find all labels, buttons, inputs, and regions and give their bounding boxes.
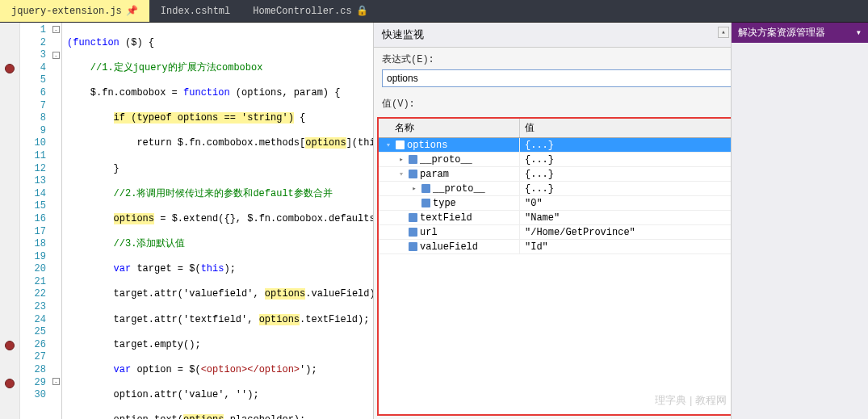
fold-icon[interactable]: - <box>52 378 60 385</box>
fold-icon[interactable]: - <box>52 52 60 59</box>
expander-icon[interactable]: ▿ <box>396 170 406 178</box>
expander-icon[interactable]: ▿ <box>384 140 393 149</box>
tab-bar: jquery-extension.js📌 Index.cshtml HomeCo… <box>0 0 868 23</box>
expander-icon[interactable]: ▸ <box>396 155 406 164</box>
object-icon <box>421 199 430 207</box>
object-icon <box>409 228 417 237</box>
fold-column[interactable]: - - - <box>51 23 62 419</box>
object-icon <box>409 155 417 164</box>
breakpoint-icon[interactable] <box>5 379 15 388</box>
line-numbers: 1234567891011121314151617181920212223242… <box>20 23 51 419</box>
node-name: param <box>420 169 449 180</box>
object-icon <box>409 170 417 178</box>
object-icon <box>421 184 430 193</box>
node-name: valueField <box>420 241 478 253</box>
tab-index[interactable]: Index.cshtml <box>149 0 241 22</box>
scroll-up-icon[interactable]: ▴ <box>718 27 729 38</box>
code-body[interactable]: (function ($) { //1.定义jquery的扩展方法combobo… <box>62 23 373 419</box>
object-icon <box>396 140 405 149</box>
node-name: url <box>420 227 438 238</box>
node-name: type <box>433 198 456 209</box>
tab-jquery-ext[interactable]: jquery-extension.js📌 <box>0 0 149 22</box>
object-icon <box>409 213 417 222</box>
code-editor[interactable]: 1234567891011121314151617181920212223242… <box>0 23 373 419</box>
dropdown-icon[interactable]: ▾ <box>856 27 862 39</box>
object-icon <box>409 242 417 251</box>
solution-explorer-title: 解决方案资源管理器 <box>738 26 825 40</box>
expander-icon[interactable]: ▸ <box>409 184 419 193</box>
breakpoint-icon[interactable] <box>5 64 15 73</box>
node-name: __proto__ <box>433 183 485 195</box>
pin-icon: 📌 <box>126 5 138 17</box>
breakpoint-icon[interactable] <box>5 341 15 350</box>
fold-icon[interactable]: - <box>52 26 60 33</box>
solution-explorer[interactable]: 解决方案资源管理器▾ <box>731 23 868 419</box>
breakpoint-margin[interactable] <box>0 23 20 419</box>
tab-homecontroller[interactable]: HomeController.cs 🔒 <box>241 0 379 22</box>
lock-icon: 🔒 <box>356 5 368 17</box>
node-name: textField <box>420 212 472 224</box>
node-name: options <box>407 140 447 151</box>
node-name: __proto__ <box>420 154 472 166</box>
